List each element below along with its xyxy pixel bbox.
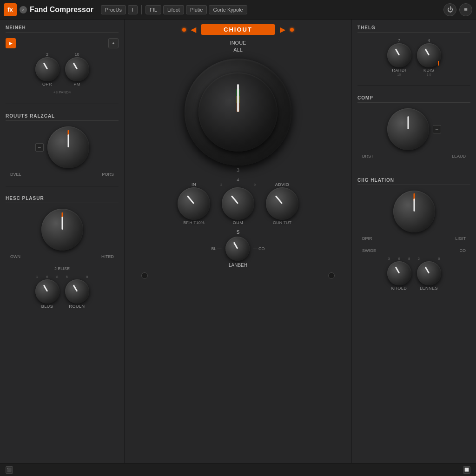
logo-icon: fx <box>4 3 17 16</box>
khold-wrapper: 368 KHOLD <box>387 257 411 291</box>
right-section-1: THELG 7 RAHDI 10 4 KDIS 1 0 <box>357 25 470 76</box>
comp-header: COMP <box>357 95 470 103</box>
left-bottom-section: 2 ELISE 168 BLUS 58 ROULN <box>6 266 119 309</box>
right-sep1 <box>357 86 470 86</box>
khold-label: KHOLD <box>391 286 407 291</box>
nav-i[interactable]: I <box>128 5 138 14</box>
own-label: OWN <box>10 254 20 259</box>
sep2 <box>6 186 119 186</box>
bfh-label: BF.H T10% <box>183 220 204 225</box>
in-label: IN <box>192 182 196 187</box>
circle-left <box>141 272 148 279</box>
plasur-knob[interactable] <box>41 209 83 251</box>
minus-right-btn[interactable]: − <box>433 125 441 133</box>
left-section-1: NEINEH ▶ ● 2 OPR 10 PM <box>6 25 119 94</box>
s-label: S <box>237 230 240 235</box>
lennes-knob[interactable] <box>417 261 441 285</box>
comp-knob[interactable] <box>387 108 429 150</box>
kdis-knob[interactable] <box>417 43 441 67</box>
bottom-circles <box>132 272 344 279</box>
right-panel: THELG 7 RAHDI 10 4 KDIS 1 0 <box>351 20 476 463</box>
hlation-knob[interactable] <box>393 191 435 232</box>
plasur-knob-wrapper <box>41 209 83 251</box>
arrow-right: ▶ <box>280 25 285 34</box>
elise-label: 2 ELISE <box>6 266 119 271</box>
rouln-scale: 58 <box>65 275 89 279</box>
record-button[interactable]: ● <box>108 38 119 48</box>
play-button[interactable]: ▶ <box>6 38 16 48</box>
hlation-knob-wrapper <box>393 191 435 232</box>
rouln-knob[interactable] <box>65 279 89 304</box>
display-readout[interactable]: CHIOUT <box>201 24 275 35</box>
status-bar: ⬛ ⬜ <box>0 463 476 476</box>
nav-fil[interactable]: FIL <box>145 5 161 14</box>
title-bar-right: ⏻ ≡ <box>443 3 472 16</box>
khold-knob[interactable] <box>387 261 411 285</box>
opr-label: OPR <box>42 82 52 86</box>
nav-procus[interactable]: ProcUs <box>101 5 126 14</box>
hited-label: HITED <box>101 254 114 259</box>
status-right-icon[interactable]: ⬜ <box>463 466 470 474</box>
oun-tut-label: OUN TUT <box>273 220 291 225</box>
drst-label: DRST <box>362 154 374 159</box>
opr-knob[interactable] <box>35 57 60 81</box>
ralzcal-knob[interactable] <box>47 126 89 168</box>
right-section-3: CIIG HLATION DPIR LIGIT <box>357 178 470 241</box>
advio-knob[interactable] <box>266 187 298 220</box>
sep1 <box>6 104 119 104</box>
in-knob[interactable] <box>178 187 210 220</box>
pm-value: 10 <box>74 52 79 57</box>
ralzcal-knob-wrapper <box>47 126 89 168</box>
top-knob-row: 2 OPR 10 PM <box>6 52 119 86</box>
plasur-header: HESC PLASUR <box>6 196 119 203</box>
lennes-wrapper: 26 LENNES <box>417 257 441 291</box>
kdis-wrapper: 4 KDIS 1 0 <box>417 38 441 76</box>
pm-knob[interactable] <box>65 57 89 81</box>
blus-knob[interactable] <box>35 279 60 304</box>
blus-scale: 168 <box>35 275 60 279</box>
nav-bar: ProcUs I FIL Lifoot Plutie Gorte Kypole <box>101 5 247 14</box>
status-left-icon[interactable]: ⬛ <box>6 466 13 474</box>
bottom-knob[interactable] <box>225 237 250 261</box>
bottom-knob-section: S BL — — CO LANBEH <box>211 230 264 268</box>
khold-scale: 368 <box>387 257 411 261</box>
nav-plutie[interactable]: Plutie <box>186 5 207 14</box>
plugin-body: NEINEH ▶ ● 2 OPR 10 PM <box>0 20 476 476</box>
co-label-center: — CO <box>253 246 265 251</box>
rouln-label: ROULN <box>69 304 85 309</box>
plasur-indicator <box>61 212 63 218</box>
opr-knob-wrapper: 2 OPR <box>35 52 60 86</box>
ralzcal-indicator <box>67 130 69 136</box>
hlation-indicator <box>413 193 415 201</box>
comp-knob-wrapper <box>387 108 429 150</box>
rahdi-scale: 10 <box>397 73 401 76</box>
kdis-indicator <box>438 61 439 66</box>
left-section-2: ROUUTS RALZCAL − DVEL PORS <box>6 113 119 177</box>
in-knob-wrapper: IN BF.H T10% <box>178 182 210 225</box>
blus-label: BLUS <box>41 304 53 309</box>
ralzcal-header: ROUUTS RALZCAL <box>6 113 119 121</box>
led-right <box>290 28 294 32</box>
center-panel: ◀ CHIOUT ▶ INOUE ALL 3 <box>125 20 351 463</box>
minus-left-btn[interactable]: − <box>35 143 44 152</box>
right-bottom-section: SWIGE CO 368 KHOLD 26 <box>357 248 470 291</box>
nav-lifoot[interactable]: Lifoot <box>163 5 184 14</box>
main-knob-area <box>185 59 291 165</box>
nav-gorte[interactable]: Gorte Kypole <box>209 5 247 14</box>
rahdi-knob[interactable] <box>387 43 411 67</box>
bl-label: BL — <box>211 246 221 251</box>
menu-button[interactable]: ≡ <box>459 3 472 16</box>
power-button[interactable]: ⏻ <box>443 3 456 16</box>
lanbeh-label: LANBEH <box>229 263 247 268</box>
right-sep2 <box>357 168 470 168</box>
main-knob[interactable] <box>198 73 278 152</box>
close-button[interactable]: × <box>20 6 27 13</box>
dvel-label: DVEL <box>10 172 21 177</box>
main-knob-value: 3 <box>237 167 239 173</box>
oum-knob[interactable] <box>222 187 254 220</box>
kdis-value: 4 <box>428 38 430 43</box>
left-panel: NEINEH ▶ ● 2 OPR 10 PM <box>0 20 125 463</box>
advio-label: ADVIO <box>275 182 290 187</box>
bottom-knob-row: 168 BLUS 58 ROULN <box>6 275 119 309</box>
oum-value: 4 <box>237 178 239 182</box>
